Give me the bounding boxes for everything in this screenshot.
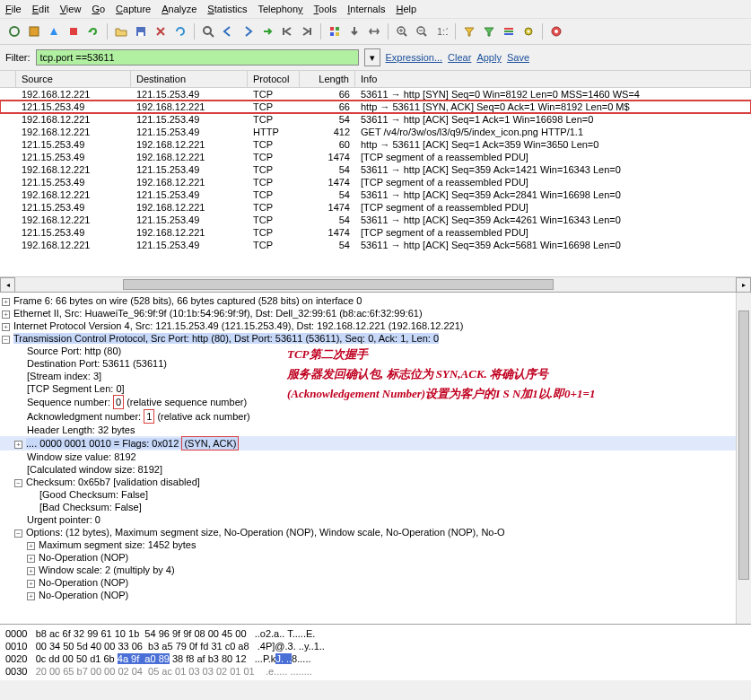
list-interfaces-icon[interactable] xyxy=(5,22,23,40)
collapse-icon[interactable]: − xyxy=(2,336,10,344)
scroll-thumb[interactable] xyxy=(738,311,749,580)
close-file-icon[interactable] xyxy=(152,22,170,40)
packet-row[interactable]: 121.15.253.49192.168.12.221TCP1474[TCP s… xyxy=(0,201,751,214)
go-forward-icon[interactable] xyxy=(239,22,257,40)
resize-columns-icon[interactable] xyxy=(365,22,383,40)
menu-capture[interactable]: Capture xyxy=(116,4,151,14)
capture-options-icon[interactable] xyxy=(25,22,43,40)
expand-icon[interactable]: + xyxy=(27,542,35,550)
packet-row[interactable]: 192.168.12.221121.15.253.49TCP5453611 → … xyxy=(0,113,751,126)
packet-row[interactable]: 121.15.253.49192.168.12.221TCP1474[TCP s… xyxy=(0,151,751,163)
menu-file[interactable]: File xyxy=(5,4,22,14)
tree-tcp[interactable]: Transmission Control Protocol, Src Port:… xyxy=(13,333,439,344)
tree-nop-2[interactable]: No-Operation (NOP) xyxy=(39,577,128,588)
packet-list-body[interactable]: 192.168.12.221121.15.253.49TCP6653611 → … xyxy=(0,88,751,276)
hex-bytes[interactable]: 20 00 65 b7 00 00 02 04 05 ac 01 03 03 0… xyxy=(36,666,255,677)
expand-icon[interactable]: + xyxy=(27,580,35,588)
hex-bytes[interactable]: 00 34 50 5d 40 00 33 06 b3 a5 79 0f fd 3… xyxy=(36,641,249,652)
expand-icon[interactable]: + xyxy=(14,441,22,449)
packet-row[interactable]: 121.15.253.49192.168.12.221TCP60http → 5… xyxy=(0,138,751,151)
open-file-icon[interactable] xyxy=(112,22,130,40)
tree-mss[interactable]: Maximum segment size: 1452 bytes xyxy=(39,539,196,550)
col-destination[interactable]: Destination xyxy=(131,71,248,87)
tree-calc-window[interactable]: [Calculated window size: 8192] xyxy=(27,464,162,475)
apply-button[interactable]: Apply xyxy=(476,52,502,63)
auto-scroll-icon[interactable] xyxy=(345,22,363,40)
menu-help[interactable]: Help xyxy=(396,4,416,14)
filter-input[interactable] xyxy=(36,49,359,66)
tree-srcport[interactable]: Source Port: http (80) xyxy=(27,346,121,356)
scroll-thumb[interactable] xyxy=(123,279,554,290)
menu-edit[interactable]: Edit xyxy=(32,4,49,14)
menu-telephony[interactable]: Telephony xyxy=(258,4,302,14)
stop-capture-icon[interactable] xyxy=(65,22,83,40)
tree-ip[interactable]: Internet Protocol Version 4, Src: 121.15… xyxy=(13,320,463,331)
menu-view[interactable]: View xyxy=(60,4,82,14)
expand-icon[interactable]: + xyxy=(2,311,10,319)
tree-good-checksum[interactable]: [Good Checksum: False] xyxy=(39,489,148,500)
expression-button[interactable]: Expression... xyxy=(386,52,443,63)
tree-ethernet[interactable]: Ethernet II, Src: HuaweiTe_96:9f:9f (10:… xyxy=(13,308,423,319)
restart-capture-icon[interactable] xyxy=(84,22,102,40)
go-first-icon[interactable] xyxy=(278,22,296,40)
tree-frame[interactable]: Frame 6: 66 bytes on wire (528 bits), 66… xyxy=(13,295,362,306)
zoom-normal-icon[interactable]: 1:1 xyxy=(432,22,450,40)
scroll-left-icon[interactable]: ◂ xyxy=(0,277,15,293)
packet-row[interactable]: 192.168.12.221121.15.253.49TCP6653611 → … xyxy=(0,88,751,101)
packet-row[interactable]: 192.168.12.221121.15.253.49TCP5453611 → … xyxy=(0,188,751,201)
save-file-icon[interactable] xyxy=(132,22,150,40)
expand-icon[interactable]: + xyxy=(27,567,35,575)
preferences-icon[interactable] xyxy=(520,22,537,40)
collapse-icon[interactable]: − xyxy=(14,529,22,538)
expand-icon[interactable]: + xyxy=(27,555,35,563)
tree-window-scale[interactable]: Window scale: 2 (multiply by 4) xyxy=(39,564,175,575)
tree-urgent-ptr[interactable]: Urgent pointer: 0 xyxy=(27,514,100,525)
expand-icon[interactable]: + xyxy=(2,298,10,306)
tree-seqnum-label[interactable]: Sequence number: xyxy=(27,397,113,407)
reload-icon[interactable] xyxy=(171,22,189,40)
go-back-icon[interactable] xyxy=(219,22,237,40)
tree-vscroll[interactable] xyxy=(736,293,751,624)
col-source[interactable]: Source xyxy=(16,71,131,87)
col-length[interactable]: Length xyxy=(300,71,355,87)
tree-acknum-label[interactable]: Acknowledgment number: xyxy=(27,411,144,422)
packet-row[interactable]: 192.168.12.221121.15.253.49HTTP412GET /v… xyxy=(0,126,751,138)
tree-options[interactable]: Options: (12 bytes), Maximum segment siz… xyxy=(26,527,505,538)
scroll-right-icon[interactable]: ▸ xyxy=(736,277,751,293)
menu-tools[interactable]: Tools xyxy=(314,4,337,14)
zoom-in-icon[interactable] xyxy=(393,22,411,40)
packet-row[interactable]: 192.168.12.221121.15.253.49TCP5453611 → … xyxy=(0,163,751,176)
menu-analyze[interactable]: Analyze xyxy=(162,4,196,14)
tree-window-size[interactable]: Window size value: 8192 xyxy=(27,451,136,462)
tree-bad-checksum[interactable]: [Bad Checksum: False] xyxy=(39,502,142,512)
tree-segment-len[interactable]: [TCP Segment Len: 0] xyxy=(27,383,125,394)
col-info[interactable]: Info xyxy=(355,71,751,87)
packet-row[interactable]: 192.168.12.221121.15.253.49TCP5453611 → … xyxy=(0,214,751,226)
tree-dstport[interactable]: Destination Port: 53611 (53611) xyxy=(27,358,167,369)
packet-row[interactable]: 121.15.253.49192.168.12.221TCP1474[TCP s… xyxy=(0,226,751,239)
save-button[interactable]: Save xyxy=(507,52,529,63)
clear-button[interactable]: Clear xyxy=(448,52,471,63)
expand-icon[interactable]: + xyxy=(27,592,35,600)
capture-filter-icon[interactable] xyxy=(460,22,478,40)
tree-nop-3[interactable]: No-Operation (NOP) xyxy=(39,590,128,600)
packet-row[interactable]: 121.15.253.49192.168.12.221TCP66http → 5… xyxy=(0,101,751,113)
collapse-icon[interactable]: − xyxy=(14,479,22,487)
help-icon[interactable] xyxy=(547,22,565,40)
hex-bytes[interactable]: 0c dd 00 50 d1 6b xyxy=(36,653,118,664)
tree-stream-index[interactable]: [Stream index: 3] xyxy=(27,371,101,381)
packet-bytes-pane[interactable]: 0000 b8 ac 6f 32 99 61 10 1b 54 96 9f 9f… xyxy=(0,624,751,680)
tree-nop-1[interactable]: No-Operation (NOP) xyxy=(39,552,128,563)
col-protocol[interactable]: Protocol xyxy=(248,71,300,87)
zoom-out-icon[interactable] xyxy=(413,22,431,40)
tree-flags-bits[interactable]: .... 0000 0001 0010 = Flags: 0x012 xyxy=(26,438,181,449)
go-to-packet-icon[interactable] xyxy=(258,22,276,40)
packet-row[interactable]: 192.168.12.221121.15.253.49TCP5453611 → … xyxy=(0,239,751,251)
menu-go[interactable]: Go xyxy=(92,4,105,14)
menu-internals[interactable]: Internals xyxy=(347,4,385,14)
go-last-icon[interactable] xyxy=(298,22,316,40)
tree-checksum[interactable]: Checksum: 0x65b7 [validation disabled] xyxy=(26,477,200,487)
hex-bytes-selected[interactable]: 4a 9f a0 89 xyxy=(118,653,170,664)
packet-details-pane[interactable]: +Frame 6: 66 bytes on wire (528 bits), 6… xyxy=(0,292,751,624)
colorize-icon[interactable] xyxy=(326,22,344,40)
